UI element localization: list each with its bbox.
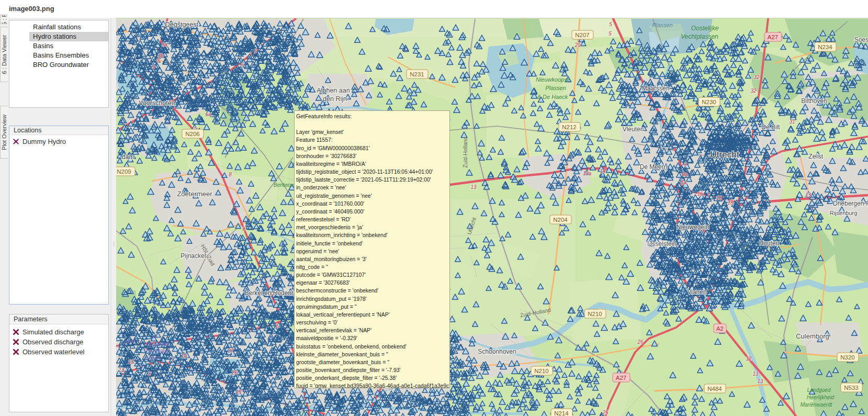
svg-text:Rijsenburg: Rijsenburg — [830, 210, 858, 216]
svg-text:N212: N212 — [562, 124, 577, 130]
svg-text:Rotterdam: Rotterdam — [146, 341, 171, 347]
svg-text:N209: N209 — [117, 168, 131, 175]
svg-text:Voorschoten: Voorschoten — [139, 99, 175, 107]
svg-text:25: 25 — [235, 389, 242, 395]
svg-text:27: 27 — [227, 348, 234, 354]
svg-text:19: 19 — [805, 192, 811, 198]
svg-text:N210: N210 — [588, 311, 602, 317]
svg-text:13: 13 — [128, 359, 134, 365]
svg-text:Mariënwaerdt: Mariënwaerdt — [801, 402, 833, 408]
svg-text:Pijnacker: Pijnacker — [181, 252, 206, 260]
svg-text:De Bilt: De Bilt — [761, 123, 780, 131]
svg-text:8: 8 — [242, 226, 245, 232]
svg-text:Culemborg: Culemborg — [796, 332, 829, 340]
svg-text:A27: A27 — [616, 375, 626, 381]
svg-text:den Rijn: den Rijn — [323, 95, 347, 103]
svg-text:Plassen: Plassen — [652, 22, 672, 28]
svg-text:Berkel en Rodenrijs: Berkel en Rodenrijs — [245, 289, 300, 297]
svg-text:18: 18 — [716, 195, 722, 201]
svg-text:18: 18 — [727, 200, 734, 206]
svg-text:6: 6 — [276, 323, 279, 329]
svg-text:32: 32 — [753, 74, 760, 80]
svg-text:31: 31 — [789, 119, 795, 125]
svg-text:N484: N484 — [707, 386, 722, 392]
svg-text:1a: 1a — [181, 353, 187, 358]
svg-text:9: 9 — [152, 64, 155, 70]
svg-text:De Meern: De Meern — [640, 163, 668, 171]
svg-text:N206: N206 — [185, 131, 200, 137]
svg-text:Nieuwegein: Nieuwegein — [677, 223, 709, 231]
svg-text:5: 5 — [609, 21, 612, 27]
svg-text:Bentwoud: Bentwoud — [274, 182, 297, 188]
svg-text:Vianen: Vianen — [687, 288, 706, 296]
svg-text:A27: A27 — [768, 34, 778, 40]
svg-text:Vechtplassen: Vechtplassen — [681, 33, 718, 40]
svg-text:13: 13 — [752, 371, 759, 377]
svg-text:N210: N210 — [534, 368, 549, 374]
svg-text:8a: 8a — [161, 42, 167, 48]
svg-text:8: 8 — [684, 162, 687, 167]
svg-text:32: 32 — [750, 88, 757, 94]
svg-text:N231: N231 — [410, 71, 424, 77]
svg-text:Landgoed: Landgoed — [807, 387, 831, 393]
svg-text:Heerlijkheid: Heerlijkheid — [807, 395, 835, 400]
svg-text:N204: N204 — [553, 217, 568, 223]
svg-text:Alphen aan: Alphen aan — [317, 87, 350, 94]
svg-text:Nieuwkoopse: Nieuwkoopse — [536, 76, 570, 83]
svg-text:6: 6 — [241, 62, 244, 68]
svg-text:26: 26 — [231, 370, 238, 376]
svg-text:N234: N234 — [818, 44, 832, 50]
svg-text:8a: 8a — [682, 172, 688, 177]
svg-text:Driebergen-R: Driebergen-R — [833, 200, 868, 207]
svg-text:& De Haeck: & De Haeck — [537, 94, 568, 100]
svg-text:Schoonhoven: Schoonhoven — [478, 348, 516, 355]
svg-text:26: 26 — [637, 339, 644, 345]
svg-text:N230: N230 — [702, 99, 716, 105]
svg-text:Oostelijke: Oostelijke — [691, 25, 719, 32]
svg-text:8a: 8a — [680, 179, 686, 185]
svg-text:Plassen: Plassen — [545, 85, 566, 91]
svg-text:13: 13 — [470, 184, 477, 190]
svg-text:Oegstgeest: Oegstgeest — [165, 21, 198, 28]
svg-text:Houten: Houten — [759, 240, 780, 247]
svg-text:6: 6 — [254, 48, 257, 54]
svg-text:29: 29 — [574, 42, 581, 48]
svg-text:Vleuten: Vleuten — [623, 126, 644, 133]
svg-text:3: 3 — [148, 371, 151, 377]
svg-text:8: 8 — [156, 58, 160, 63]
svg-text:Utrecht: Utrecht — [711, 150, 739, 160]
svg-text:Airport: Airport — [144, 355, 161, 361]
svg-text:1: 1 — [172, 356, 175, 362]
svg-text:14a: 14a — [583, 171, 592, 176]
svg-text:8: 8 — [229, 172, 232, 177]
svg-text:6a: 6a — [205, 111, 211, 117]
svg-text:Zoetermeer: Zoetermeer — [177, 190, 212, 198]
svg-text:N207: N207 — [575, 32, 590, 38]
svg-text:✈: ✈ — [152, 334, 157, 340]
svg-text:16: 16 — [697, 191, 703, 197]
svg-text:N533: N533 — [844, 385, 859, 391]
svg-text:14: 14 — [600, 168, 606, 174]
svg-text:N320: N320 — [840, 354, 855, 361]
svg-text:N214: N214 — [554, 410, 569, 416]
svg-text:Bilthoven: Bilthoven — [801, 97, 827, 105]
svg-text:13: 13 — [118, 367, 125, 373]
svg-text:7: 7 — [707, 193, 710, 198]
svg-text:A2: A2 — [716, 325, 724, 332]
svg-text:5: 5 — [608, 31, 612, 37]
svg-text:Maarssen: Maarssen — [642, 85, 670, 92]
svg-text:The Hague: The Hague — [143, 348, 169, 354]
svg-text:Zuid-Holland: Zuid-Holland — [462, 137, 468, 168]
svg-text:Soest: Soest — [854, 36, 868, 43]
svg-text:13: 13 — [757, 378, 763, 384]
svg-text:12: 12 — [746, 356, 752, 362]
svg-text:Zeist: Zeist — [808, 152, 824, 160]
svg-text:dam: dam — [122, 153, 134, 161]
svg-text:IJsselstein: IJsselstein — [647, 240, 677, 248]
svg-text:25: 25 — [602, 410, 608, 415]
